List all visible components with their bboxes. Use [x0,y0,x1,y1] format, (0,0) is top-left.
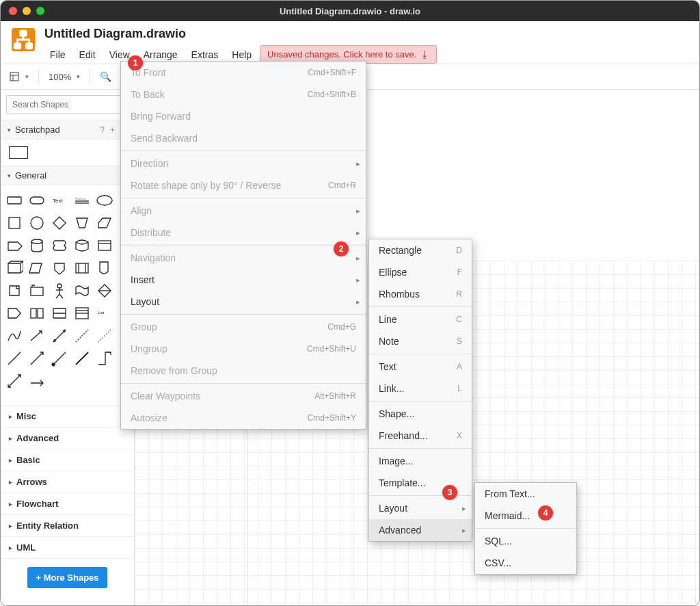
menu-item-ellipse[interactable]: EllipseF [369,261,472,283]
shape-swatch[interactable] [26,235,47,256]
menu-help[interactable]: Help [226,47,257,63]
shape-swatch[interactable] [26,257,47,278]
menu-item-group: GroupCmd+G [121,316,366,338]
shape-swatch[interactable] [3,325,25,346]
menu-item-freehand[interactable]: Freehand...X [369,425,472,447]
category-arrows[interactable]: ▸Arrows [1,471,134,493]
menu-item-send-backward: Send Backward [121,127,366,149]
menu-extras[interactable]: Extras [186,47,224,63]
shape-swatch[interactable] [49,280,70,301]
shape-swatch[interactable] [3,257,25,278]
shape-swatch[interactable] [94,257,115,278]
shape-swatch[interactable] [26,347,47,369]
category-uml[interactable]: ▸UML [1,537,134,559]
window-title: Untitled Diagram.drawio - draw.io [1,6,699,16]
shape-swatch[interactable] [49,325,70,346]
shape-swatch[interactable]: Heading [71,189,92,211]
shape-swatch[interactable] [49,347,70,369]
category-misc[interactable]: ▸Misc [1,406,134,427]
menu-item-note[interactable]: NoteS [369,330,472,352]
svg-line-35 [98,330,111,342]
shape-swatch[interactable] [26,189,47,211]
svg-rect-16 [98,241,111,250]
help-icon[interactable]: ? [100,125,105,135]
svg-rect-18 [76,263,88,273]
general-header[interactable]: ▾ General [1,166,134,185]
menu-item-to-back: To BackCmd+Shift+B [121,83,366,105]
shape-swatch[interactable] [71,280,92,301]
category-advanced[interactable]: ▸Advanced [1,427,134,449]
shape-swatch[interactable] [71,257,92,278]
shape-swatch[interactable] [94,189,115,211]
svg-line-36 [8,352,21,365]
menu-item-shape[interactable]: Shape... [369,403,472,425]
menu-item-line[interactable]: LineC [369,308,472,330]
category-entity-relation[interactable]: ▸Entity Relation [1,515,134,537]
menu-item-text[interactable]: TextA [369,356,472,378]
shape-swatch[interactable] [3,280,25,301]
shape-swatch[interactable] [71,235,92,256]
shape-swatch[interactable] [49,235,70,256]
menu-item-direction: Direction [121,153,366,174]
shape-swatch[interactable] [94,235,115,256]
menu-item-layout[interactable]: Layout [121,291,366,313]
category-basic[interactable]: ▸Basic [1,449,134,471]
more-shapes-button[interactable]: + More Shapes [27,567,107,588]
svg-point-22 [57,284,62,288]
add-icon[interactable]: + [110,125,115,135]
shape-swatch[interactable] [26,212,47,233]
page-view-dropdown[interactable] [9,71,29,82]
zoom-dropdown[interactable]: 100% [49,72,80,82]
annotation-badge-4: 4 [538,505,553,521]
shape-swatch[interactable] [94,347,115,369]
svg-rect-2 [26,44,32,49]
shape-swatch[interactable] [49,257,70,278]
scratchpad-header[interactable]: ▾ Scratchpad ? + ✎ [1,120,134,140]
shape-swatch[interactable] [26,280,47,301]
menu-item-ungroup: UngroupCmd+Shift+U [121,338,366,360]
menu-edit[interactable]: Edit [74,47,101,63]
search-input[interactable] [6,95,129,114]
shape-swatch[interactable]: List [94,302,115,324]
shape-swatch[interactable] [3,189,25,211]
zoom-fit-icon[interactable]: 🔍 [100,71,111,82]
menu-item-rhombus[interactable]: RhombusR [369,283,472,305]
menu-file[interactable]: File [44,47,71,63]
menu-item-image[interactable]: Image... [369,450,472,472]
scratch-shape[interactable] [9,146,28,159]
shape-swatch[interactable] [3,235,25,256]
menu-item-clear-waypoints: Clear WaypointsAlt+Shift+R [121,385,366,407]
shape-swatch[interactable] [71,212,92,233]
category-flowchart[interactable]: ▸Flowchart [1,493,134,515]
menu-item-advanced[interactable]: Advanced [369,519,472,541]
shape-swatch[interactable] [3,302,25,324]
shape-swatch[interactable] [71,325,92,346]
shape-swatch[interactable] [3,212,25,233]
menu-item-layout[interactable]: Layout [369,497,472,519]
menu-item-mermaid[interactable]: Mermaid... [475,505,576,527]
shape-swatch[interactable] [26,325,47,346]
advanced-submenu: From Text...Mermaid...SQL...CSV... [474,482,577,575]
menu-item-csv[interactable]: CSV... [475,552,576,574]
unsaved-text: Unsaved changes. Click here to save. [267,49,416,60]
shape-swatch[interactable]: Text [49,189,70,211]
shape-swatch[interactable] [71,302,92,324]
menu-item-link[interactable]: Link...L [369,378,472,399]
shape-swatch[interactable] [3,347,25,369]
shape-swatch[interactable] [3,370,25,391]
menu-item-rectangle[interactable]: RectangleD [369,239,472,261]
menu-item-remove-from-group: Remove from Group [121,360,366,382]
insert-submenu: RectangleDEllipseFRhombusRLineCNoteSText… [368,239,472,542]
menu-item-sql[interactable]: SQL... [475,530,576,552]
shape-swatch[interactable] [94,212,115,233]
shape-swatch[interactable] [26,302,47,324]
shape-swatch[interactable] [49,212,70,233]
shape-swatch[interactable] [71,347,92,369]
shape-swatch[interactable] [49,302,70,324]
menu-arrange[interactable]: Arrange [138,47,183,63]
shape-swatch[interactable] [26,370,47,391]
menu-item-insert[interactable]: Insert [121,269,366,291]
menu-item-from-text[interactable]: From Text... [475,483,576,505]
shape-swatch[interactable] [94,280,115,301]
shape-swatch[interactable] [94,325,115,346]
